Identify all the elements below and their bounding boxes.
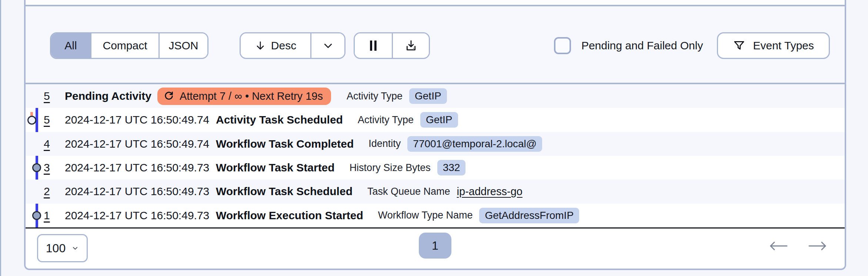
- pending-failed-label: Pending and Failed Only: [581, 39, 703, 52]
- event-name: Pending Activity: [65, 90, 151, 102]
- pending-failed-checkbox[interactable]: [554, 37, 571, 54]
- event-types-label: Event Types: [753, 39, 814, 52]
- attr-label: Activity Type: [347, 91, 403, 102]
- event-id-link[interactable]: 1: [44, 209, 65, 222]
- tab-compact[interactable]: Compact: [90, 33, 158, 58]
- playback-button-group: [354, 32, 430, 59]
- screen-edge-divider: [0, 0, 1, 276]
- event-name: Workflow Task Started: [216, 161, 335, 174]
- event-id-link[interactable]: 5: [44, 114, 65, 126]
- retry-badge-text: Attempt 7 / ∞ • Next Retry 19s: [180, 90, 323, 102]
- event-timestamp: 2024-12-17 UTC 16:50:49.73: [65, 185, 216, 198]
- event-row[interactable]: 1 2024-12-17 UTC 16:50:49.73 Workflow Ex…: [26, 204, 845, 227]
- sort-desc-button[interactable]: Desc: [241, 33, 310, 58]
- task-queue-link[interactable]: ip-address-go: [457, 185, 523, 198]
- event-id-link[interactable]: 5: [44, 90, 65, 102]
- event-row-pending-activity[interactable]: 5 Pending Activity Attempt 7 / ∞ • Next …: [26, 84, 845, 108]
- event-row[interactable]: 2 2024-12-17 UTC 16:50:49.73 Workflow Ta…: [26, 180, 845, 203]
- event-name: Workflow Execution Started: [216, 209, 363, 222]
- view-switcher: All Compact JSON: [50, 32, 208, 59]
- attr-label: Activity Type: [358, 114, 414, 126]
- retry-status-badge: Attempt 7 / ∞ • Next Retry 19s: [157, 88, 331, 105]
- event-name: Workflow Task Completed: [216, 138, 354, 150]
- event-row[interactable]: 3 2024-12-17 UTC 16:50:49.73 Workflow Ta…: [26, 156, 845, 180]
- attr-value-badge: 77001@temporal-2.local@: [407, 136, 542, 152]
- next-page-button[interactable]: [807, 240, 828, 252]
- event-timestamp: 2024-12-17 UTC 16:50:49.74: [65, 114, 216, 126]
- sort-desc-label: Desc: [271, 39, 296, 52]
- attr-value-badge: GetIP: [420, 112, 458, 128]
- event-row[interactable]: 5 2024-12-17 UTC 16:50:49.74 Activity Ta…: [26, 108, 845, 132]
- event-history-panel: All Compact JSON Desc: [24, 0, 846, 270]
- sort-options-dropdown[interactable]: [310, 33, 344, 58]
- event-id-link[interactable]: 3: [44, 161, 65, 174]
- pause-icon: [368, 39, 379, 52]
- attr-label: Identity: [368, 138, 401, 150]
- event-types-filter-button[interactable]: Event Types: [717, 32, 830, 59]
- download-icon: [405, 39, 417, 52]
- pagination-footer: 100 1: [26, 229, 845, 269]
- tab-all[interactable]: All: [51, 33, 90, 58]
- filter-funnel-icon: [733, 39, 745, 52]
- chevron-down-icon: [323, 40, 334, 51]
- arrow-down-icon: [255, 40, 266, 51]
- attr-label: History Size Bytes: [350, 162, 431, 174]
- previous-page-button[interactable]: [768, 240, 789, 252]
- pause-button[interactable]: [355, 33, 392, 58]
- filter-controls: Pending and Failed Only Event Types: [554, 32, 830, 59]
- retry-icon: [163, 91, 174, 102]
- sort-button-group: Desc: [240, 32, 345, 59]
- event-id-link[interactable]: 4: [44, 138, 65, 150]
- attr-label: Workflow Type Name: [378, 210, 473, 221]
- attr-value-badge: 332: [437, 160, 466, 175]
- page-number-button[interactable]: 1: [419, 233, 451, 259]
- attr-label: Task Queue Name: [367, 186, 450, 197]
- event-history-table: 5 Pending Activity Attempt 7 / ∞ • Next …: [26, 84, 845, 227]
- top-strip: [26, 0, 845, 5]
- event-history-toolbar: All Compact JSON Desc: [26, 6, 845, 83]
- event-row[interactable]: 4 2024-12-17 UTC 16:50:49.74 Workflow Ta…: [26, 132, 845, 156]
- page-size-select[interactable]: 100: [37, 234, 88, 262]
- attr-value-badge: GetIP: [409, 88, 447, 104]
- event-name: Workflow Task Scheduled: [216, 185, 353, 198]
- event-timestamp: 2024-12-17 UTC 16:50:49.73: [65, 209, 216, 222]
- page-size-value: 100: [46, 242, 66, 255]
- select-chevron-icon: [71, 244, 79, 252]
- event-id-link[interactable]: 2: [44, 185, 65, 198]
- download-button[interactable]: [392, 33, 429, 58]
- attr-value-badge: GetAddressFromIP: [479, 208, 579, 223]
- event-timestamp: 2024-12-17 UTC 16:50:49.73: [65, 161, 216, 174]
- tab-json[interactable]: JSON: [158, 33, 207, 58]
- event-name: Activity Task Scheduled: [216, 114, 343, 126]
- event-timestamp: 2024-12-17 UTC 16:50:49.74: [65, 138, 216, 150]
